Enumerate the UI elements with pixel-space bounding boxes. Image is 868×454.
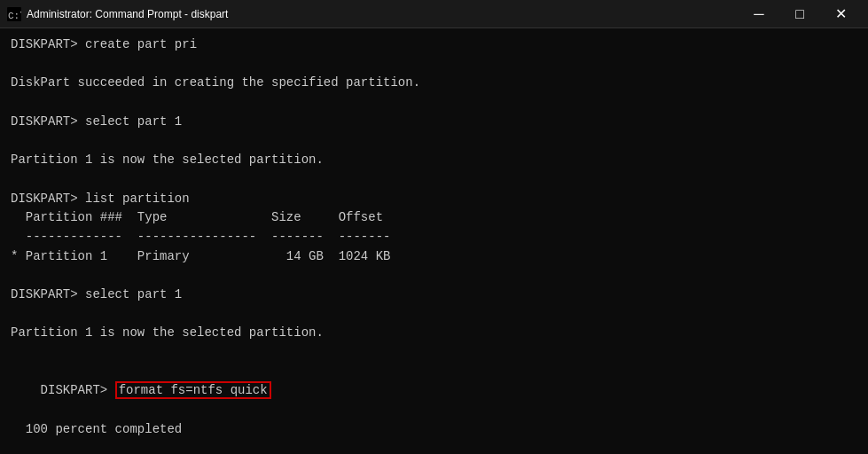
terminal-window: DISKPART> create part pri DiskPart succe…: [0, 28, 868, 454]
cmd-icon: C:\: [7, 7, 21, 21]
maximize-button[interactable]: □: [779, 0, 820, 28]
window-title: Administrator: Command Prompt - diskpart: [27, 8, 228, 20]
diskpart-prompt-format: DISKPART>: [41, 383, 115, 397]
line-1: DISKPART> create part pri: [11, 35, 857, 55]
line-17: [11, 343, 857, 363]
line-6: [11, 131, 857, 151]
line-14: DISKPART> select part 1: [11, 286, 857, 305]
line-3: DiskPart succeeded in creating the speci…: [11, 74, 857, 93]
svg-text:C:\: C:\: [8, 11, 21, 21]
line-13: [11, 266, 857, 286]
titlebar: C:\ Administrator: Command Prompt - disk…: [0, 0, 868, 28]
line-9: DISKPART> list partition: [11, 190, 857, 209]
line-19: 100 percent completed: [11, 420, 857, 440]
window-controls: ─ □ ✕: [739, 0, 861, 28]
minimize-button[interactable]: ─: [739, 0, 779, 28]
line-8: [11, 170, 857, 190]
table-row: * Partition 1 Primary 14 GB 1024 KB: [11, 247, 857, 267]
table-divider: ------------- ---------------- ------- -…: [11, 228, 857, 247]
titlebar-left: C:\ Administrator: Command Prompt - disk…: [7, 7, 228, 21]
format-command-highlight: format fs=ntfs quick: [115, 381, 271, 399]
close-button[interactable]: ✕: [820, 0, 861, 28]
line-5: DISKPART> select part 1: [11, 113, 857, 132]
table-header: Partition ### Type Size Offset: [11, 208, 857, 228]
line-16: Partition 1 is now the selected partitio…: [11, 324, 857, 343]
line-20: [11, 439, 857, 454]
line-15: [11, 305, 857, 325]
line-7: Partition 1 is now the selected partitio…: [11, 151, 857, 170]
format-command-line: DISKPART> format fs=ntfs quick: [11, 363, 857, 420]
line-2: [11, 55, 857, 74]
line-4: [11, 93, 857, 113]
